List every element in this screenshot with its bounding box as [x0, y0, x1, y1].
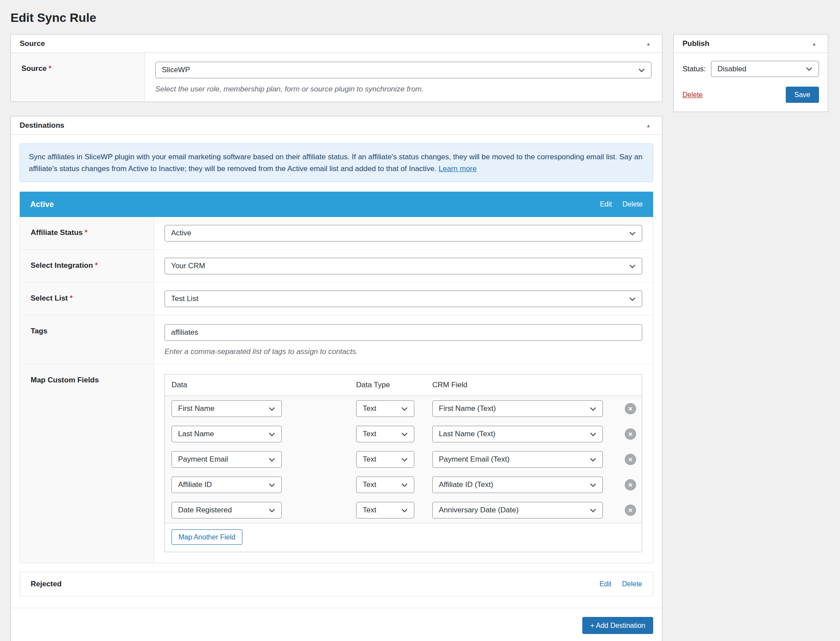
- map-field-row: Payment Email Text Payment Email (Text): [165, 447, 642, 472]
- chevron-down-icon: [590, 458, 596, 462]
- close-icon: [628, 406, 633, 412]
- chevron-down-icon: [590, 508, 596, 512]
- required-mark: *: [49, 64, 52, 73]
- rejected-edit-link[interactable]: Edit: [599, 580, 612, 588]
- map-col-data: Data: [172, 381, 356, 389]
- integration-select[interactable]: Your CRM: [164, 258, 642, 274]
- chevron-down-icon: [269, 483, 275, 487]
- add-destination-button[interactable]: + Add Destination: [582, 617, 653, 634]
- chevron-down-icon: [629, 297, 636, 301]
- chevron-down-icon: [629, 264, 636, 268]
- remove-field-button[interactable]: [625, 479, 636, 490]
- tags-label-cell: Tags: [20, 315, 154, 364]
- map-data-select[interactable]: Last Name: [172, 426, 282, 442]
- integration-select-value: Your CRM: [171, 262, 205, 270]
- collapse-up-icon: [646, 122, 651, 129]
- collapse-up-icon: [646, 40, 651, 47]
- map-data-select[interactable]: Date Registered: [172, 502, 282, 518]
- map-crm-field-select[interactable]: Last Name (Text): [432, 426, 603, 442]
- publish-panel-title: Publish: [682, 39, 709, 48]
- required-mark: *: [95, 261, 98, 270]
- tags-field-cell: Enter a comma-separated list of tags to …: [154, 315, 653, 364]
- chevron-down-icon: [590, 432, 596, 436]
- affiliate-status-field-cell: Active: [154, 217, 653, 249]
- map-crm-field-select[interactable]: First Name (Text): [432, 400, 603, 417]
- map-fields-footer: Map Another Field: [165, 523, 642, 552]
- affiliate-status-label-cell: Affiliate Status *: [20, 217, 154, 249]
- page-layout: Source Source * SliceWP Select the user …: [10, 34, 830, 641]
- map-field-row: Affiliate ID Text Affiliate ID (Text): [165, 472, 642, 497]
- close-icon: [628, 507, 633, 514]
- sync-info-box: Sync affiliates in SliceWP plugin with y…: [20, 144, 653, 182]
- remove-field-button[interactable]: [625, 454, 636, 465]
- destinations-collapse-button[interactable]: [642, 119, 655, 132]
- map-col-crm-field: CRM Field: [432, 381, 625, 389]
- destination-active: Active Edit Delete Affiliate Status * Ac…: [20, 192, 653, 563]
- active-destination-header: Active Edit Delete: [20, 192, 653, 217]
- map-data-type-select[interactable]: Text: [356, 426, 414, 442]
- map-data-select[interactable]: Affiliate ID: [172, 476, 282, 493]
- chevron-down-icon: [629, 231, 636, 235]
- affiliate-status-row: Affiliate Status * Active: [20, 217, 653, 250]
- map-another-field-button[interactable]: Map Another Field: [172, 529, 242, 545]
- chevron-down-icon: [401, 458, 408, 462]
- map-custom-fields-label-cell: Map Custom Fields: [20, 364, 154, 563]
- learn-more-link[interactable]: Learn more: [439, 165, 477, 173]
- chevron-down-icon: [401, 508, 408, 512]
- map-fields-body: First Name Text First Name (Text) Last N…: [165, 396, 642, 523]
- publish-collapse-button[interactable]: [808, 37, 821, 50]
- source-row: Source * SliceWP Select the user role, m…: [11, 53, 662, 102]
- map-fields-header: Data Data Type CRM Field: [165, 375, 642, 396]
- map-data-type-select[interactable]: Text: [356, 451, 414, 468]
- list-field-cell: Test List: [154, 283, 653, 315]
- map-crm-field-select[interactable]: Anniversary Date (Date): [432, 502, 603, 518]
- map-custom-fields-row: Map Custom Fields Data Data Type CRM Fie…: [20, 364, 653, 563]
- source-panel: Source Source * SliceWP Select the user …: [10, 34, 662, 102]
- destinations-footer: + Add Destination: [11, 608, 662, 641]
- remove-field-button[interactable]: [625, 504, 636, 516]
- map-field-row: First Name Text First Name (Text): [165, 396, 642, 421]
- affiliate-status-select[interactable]: Active: [164, 225, 642, 242]
- active-edit-link[interactable]: Edit: [600, 200, 612, 208]
- chevron-down-icon: [269, 508, 275, 512]
- map-crm-field-select[interactable]: Payment Email (Text): [432, 451, 603, 468]
- page-title: Edit Sync Rule: [10, 11, 830, 25]
- list-select-value: Test List: [171, 294, 198, 303]
- source-select-value: SliceWP: [162, 66, 190, 74]
- source-field-cell: SliceWP Select the user role, membership…: [145, 53, 662, 102]
- tags-input[interactable]: [164, 324, 642, 341]
- list-select[interactable]: Test List: [164, 291, 642, 307]
- map-data-type-select[interactable]: Text: [356, 400, 414, 417]
- active-destination-title: Active: [30, 200, 54, 209]
- source-panel-title: Source: [20, 39, 45, 48]
- map-data-type-select[interactable]: Text: [356, 476, 414, 493]
- source-select[interactable]: SliceWP: [155, 62, 651, 78]
- tags-label: Tags: [31, 327, 47, 335]
- chevron-down-icon: [269, 407, 275, 411]
- map-data-select[interactable]: Payment Email: [172, 451, 282, 468]
- source-label-cell: Source *: [11, 53, 145, 102]
- sync-info-text: Sync affiliates in SliceWP plugin with y…: [29, 153, 642, 173]
- map-crm-field-select[interactable]: Affiliate ID (Text): [432, 476, 603, 493]
- map-data-type-select[interactable]: Text: [356, 502, 414, 518]
- rejected-delete-link[interactable]: Delete: [622, 580, 642, 588]
- remove-field-button[interactable]: [625, 428, 636, 440]
- publish-actions: Delete Save: [682, 87, 819, 103]
- save-button[interactable]: Save: [786, 87, 819, 103]
- required-mark: *: [84, 228, 88, 237]
- chevron-down-icon: [269, 458, 275, 462]
- list-label: Select List: [31, 294, 68, 302]
- status-select[interactable]: Disabled: [711, 61, 819, 77]
- chevron-down-icon: [590, 407, 596, 411]
- side-column: Publish Status: Disabled Delete Save: [673, 34, 828, 112]
- destination-rejected: Rejected Edit Delete: [20, 572, 653, 596]
- active-delete-link[interactable]: Delete: [623, 200, 643, 208]
- tags-help-text: Enter a comma-separated list of tags to …: [164, 347, 642, 356]
- map-data-select[interactable]: First Name: [172, 400, 282, 417]
- publish-delete-link[interactable]: Delete: [682, 91, 703, 99]
- affiliate-status-label: Affiliate Status: [31, 228, 83, 237]
- source-collapse-button[interactable]: [642, 37, 655, 50]
- map-custom-fields-label: Map Custom Fields: [31, 376, 99, 384]
- status-select-value: Disabled: [718, 65, 746, 74]
- remove-field-button[interactable]: [625, 403, 636, 414]
